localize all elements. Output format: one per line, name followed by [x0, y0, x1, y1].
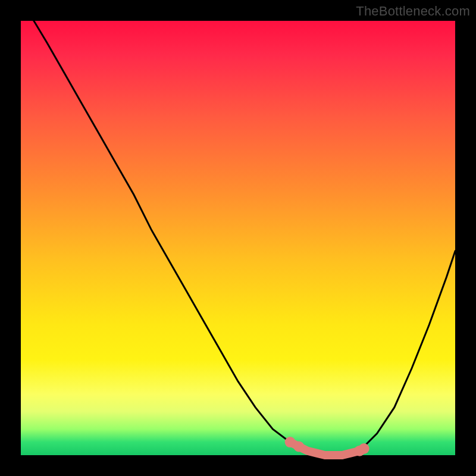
highlight-dot: [293, 441, 304, 452]
bottleneck-curve: [21, 21, 455, 455]
highlight-dot: [359, 443, 369, 454]
watermark-text: TheBottleneck.com: [356, 4, 470, 19]
plot-area: [21, 21, 455, 455]
chart-frame: TheBottleneck.com: [0, 0, 476, 476]
curve-path: [21, 4, 455, 455]
